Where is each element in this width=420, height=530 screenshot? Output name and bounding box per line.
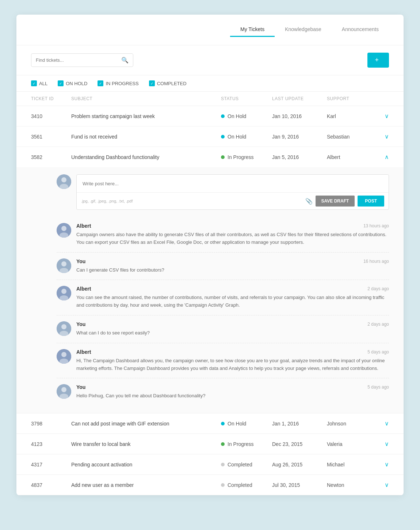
message-body: Hi, The Campaign Dashboard allows you, t… bbox=[76, 357, 389, 372]
ticket-status: In Progress bbox=[221, 441, 272, 447]
message-body: Can I generate CSV files for contributor… bbox=[76, 266, 389, 274]
ticket-status: Completed bbox=[221, 462, 272, 467]
message-body: Hello Pixhug, Can you tell me about Dash… bbox=[76, 392, 389, 400]
ticket-id: 3410 bbox=[31, 113, 71, 119]
message-author: You bbox=[76, 321, 85, 327]
svg-point-4 bbox=[61, 226, 66, 231]
ticket-subject: Wire transfer to local bank bbox=[71, 441, 221, 447]
ticket-date: Jul 30, 2015 bbox=[272, 482, 327, 488]
ticket-subject: Can not add post image with GIF extensio… bbox=[71, 421, 221, 427]
message-body: What can I do to see report easily? bbox=[76, 329, 389, 337]
search-input[interactable] bbox=[36, 57, 118, 63]
status-dot bbox=[221, 442, 225, 446]
file-types-label: .jpg, .gif, .jpeg, .png, .txt, .pdf bbox=[81, 199, 302, 203]
header: My TicketsKnowledgebaseAnnouncements bbox=[16, 15, 404, 45]
ticket-toggle-button[interactable]: ∨ bbox=[371, 133, 389, 140]
message-author: Albert bbox=[76, 223, 91, 229]
status-label: Completed bbox=[228, 462, 252, 467]
filter-label: IN PROGRESS bbox=[106, 81, 138, 86]
ticket-main: 3582 Understanding Dashboard functionali… bbox=[16, 147, 404, 167]
ticket-status: On Hold bbox=[221, 421, 272, 427]
filter-in-progress[interactable]: ✓IN PROGRESS bbox=[98, 80, 138, 86]
ticket-toggle-button[interactable]: ∨ bbox=[371, 440, 389, 447]
ticket-support: Michael bbox=[327, 462, 371, 467]
nav-tab-my-tickets[interactable]: My Tickets bbox=[230, 23, 275, 37]
status-label: In Progress bbox=[228, 441, 254, 447]
col-status: Status bbox=[221, 96, 272, 101]
filter-check-icon: ✓ bbox=[149, 80, 155, 86]
ticket-main: 3798 Can not add post image with GIF ext… bbox=[16, 413, 404, 434]
ticket-toggle-button[interactable]: ∨ bbox=[371, 481, 389, 488]
ticket-subject: Understanding Dashboard functionality bbox=[71, 154, 221, 160]
nav-tabs: My TicketsKnowledgebaseAnnouncements bbox=[230, 23, 389, 37]
col-support: Support bbox=[327, 96, 371, 101]
ticket-support: Sebastian bbox=[327, 134, 371, 140]
avatar bbox=[57, 174, 71, 189]
ticket-main: 3410 Problem starting campaign last week… bbox=[16, 106, 404, 126]
svg-point-1 bbox=[61, 177, 66, 182]
message-header: You 2 days ago bbox=[76, 321, 389, 327]
filter-all[interactable]: ✓ALL bbox=[31, 80, 47, 86]
avatar bbox=[57, 321, 71, 336]
filters: ✓ALL✓ON HOLD✓IN PROGRESS✓COMPLETED bbox=[16, 75, 404, 92]
message-time: 5 days ago bbox=[367, 349, 389, 355]
ticket-main: 3561 Fund is not received On Hold Jan 9,… bbox=[16, 126, 404, 147]
nav-tab-knowledgebase[interactable]: Knowledgebase bbox=[275, 23, 332, 37]
ticket-status: In Progress bbox=[221, 154, 272, 160]
message-time: 2 days ago bbox=[367, 322, 389, 327]
message: You 16 hours ago Can I generate CSV file… bbox=[57, 253, 389, 280]
attach-icon[interactable]: 📎 bbox=[305, 198, 313, 205]
message-content: Albert 2 days ago You can see the amount… bbox=[76, 286, 389, 309]
ticket-support: Karl bbox=[327, 113, 371, 119]
post-input[interactable] bbox=[77, 175, 389, 192]
ticket-expanded: .jpg, .gif, .jpeg, .png, .txt, .pdf 📎 SA… bbox=[16, 167, 404, 413]
filter-completed[interactable]: ✓COMPLETED bbox=[149, 80, 187, 86]
ticket-date: Dec 23, 2015 bbox=[272, 441, 327, 447]
ticket-date: Jan 9, 2016 bbox=[272, 134, 327, 140]
status-label: On Hold bbox=[228, 134, 246, 140]
save-draft-button[interactable]: SAVE DRAFT bbox=[316, 196, 355, 207]
message-author: Albert bbox=[76, 349, 91, 355]
tickets-container: 3410 Problem starting campaign last week… bbox=[16, 106, 404, 495]
ticket-toggle-button[interactable]: ∨ bbox=[371, 420, 389, 427]
avatar bbox=[57, 286, 71, 300]
ticket-toggle-button[interactable]: ∨ bbox=[371, 461, 389, 468]
status-label: On Hold bbox=[228, 421, 246, 427]
filter-label: COMPLETED bbox=[157, 81, 187, 86]
status-dot bbox=[221, 114, 225, 118]
ticket-id: 4123 bbox=[31, 441, 71, 447]
avatar bbox=[57, 384, 71, 399]
svg-point-19 bbox=[61, 387, 66, 392]
message-author: You bbox=[76, 258, 85, 264]
message-header: You 16 hours ago bbox=[76, 258, 389, 264]
filter-label: ALL bbox=[39, 81, 47, 86]
status-label: In Progress bbox=[228, 154, 254, 160]
ticket-toggle-button[interactable]: ∨ bbox=[371, 113, 389, 120]
message-author: You bbox=[76, 384, 85, 390]
avatar bbox=[57, 258, 71, 273]
plus-icon: + bbox=[375, 56, 379, 64]
table-row: 3582 Understanding Dashboard functionali… bbox=[16, 147, 404, 413]
message: You 2 days ago What can I do to see repo… bbox=[57, 315, 389, 343]
add-new-ticket-button[interactable]: + bbox=[367, 53, 389, 68]
search-box[interactable]: 🔍 bbox=[31, 53, 133, 67]
ticket-date: Aug 26, 2015 bbox=[272, 462, 327, 467]
nav-tab-announcements[interactable]: Announcements bbox=[332, 23, 389, 37]
ticket-support: Newton bbox=[327, 482, 371, 488]
message: Albert 2 days ago You can see the amount… bbox=[57, 280, 389, 315]
ticket-support: Johnson bbox=[327, 421, 371, 427]
filter-check-icon: ✓ bbox=[98, 80, 103, 86]
avatar bbox=[57, 223, 71, 238]
toolbar: 🔍 + bbox=[16, 45, 404, 75]
ticket-main: 4837 Add new user as a member Completed … bbox=[16, 475, 404, 495]
ticket-date: Jan 1, 2016 bbox=[272, 421, 327, 427]
svg-point-16 bbox=[61, 352, 66, 357]
ticket-support: Albert bbox=[327, 154, 371, 160]
message-content: You 5 days ago Hello Pixhug, Can you tel… bbox=[76, 384, 389, 400]
post-button[interactable]: POST bbox=[358, 196, 384, 207]
message: You 5 days ago Hello Pixhug, Can you tel… bbox=[57, 378, 389, 406]
ticket-toggle-button[interactable]: ∧ bbox=[371, 154, 389, 160]
filter-on-hold[interactable]: ✓ON HOLD bbox=[58, 80, 87, 86]
col-subject: Subject bbox=[71, 96, 221, 101]
filter-check-icon: ✓ bbox=[58, 80, 64, 86]
